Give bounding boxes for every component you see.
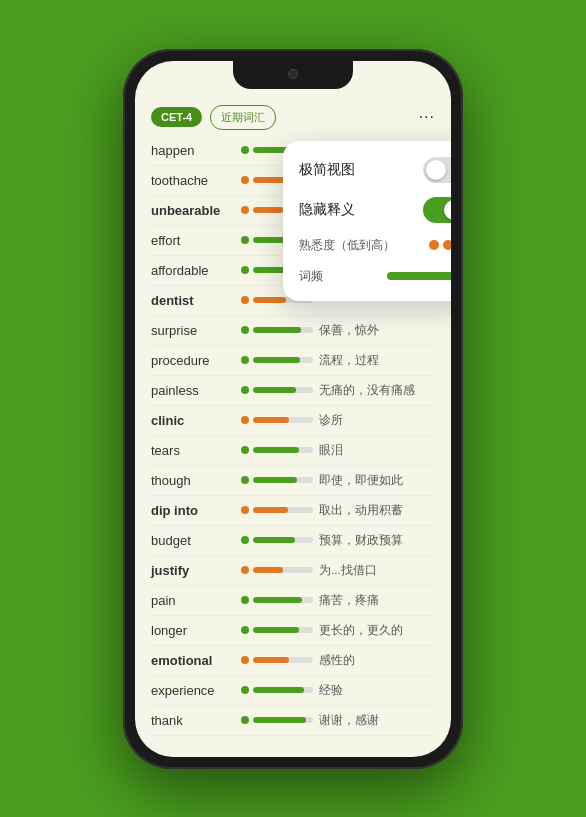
word-row[interactable]: experience经验 [151, 676, 435, 706]
phone-frame: CET-4 近期词汇 ··· happentoothacheunbearable… [123, 49, 463, 769]
word-meaning: 眼泪 [319, 443, 435, 458]
camera [288, 69, 298, 79]
familiarity-dot [241, 446, 249, 454]
word-meaning: 为...找借口 [319, 563, 435, 578]
familiarity-dot [241, 596, 249, 604]
familiarity-dot [241, 176, 249, 184]
familiarity-dot [241, 386, 249, 394]
familiarity-dot [241, 656, 249, 664]
hide-meaning-toggle[interactable] [423, 197, 451, 223]
familiarity-dot [241, 416, 249, 424]
word-row[interactable]: tears眼泪 [151, 436, 435, 466]
word-text: dip into [151, 503, 241, 518]
word-text: experience [151, 683, 241, 698]
frequency-bar-container [253, 685, 313, 695]
notch [233, 61, 353, 89]
word-meaning: 痛苦，疼痛 [319, 593, 435, 608]
settings-popup: 极简视图 隐藏释义 熟悉度（低到高） [283, 141, 451, 301]
word-row[interactable]: pain痛苦，疼痛 [151, 586, 435, 616]
hide-meaning-label: 隐藏释义 [299, 201, 355, 219]
cet-badge[interactable]: CET-4 [151, 107, 202, 127]
word-text: emotional [151, 653, 241, 668]
header: CET-4 近期词汇 ··· [135, 97, 451, 136]
word-text: effort [151, 233, 241, 248]
word-meaning: 即使，即便如此 [319, 473, 435, 488]
popup-row-hide: 隐藏释义 [299, 197, 451, 223]
frequency-bar-container [253, 535, 313, 545]
familiarity-dot [241, 326, 249, 334]
recent-badge[interactable]: 近期词汇 [210, 105, 276, 130]
word-text: painless [151, 383, 241, 398]
familiarity-dot [241, 206, 249, 214]
frequency-bar-container [253, 385, 313, 395]
word-text: pain [151, 593, 241, 608]
frequency-bar-container [253, 415, 313, 425]
word-row[interactable]: justify为...找借口 [151, 556, 435, 586]
word-meaning: 诊所 [319, 413, 435, 428]
word-meaning: 保善，惊外 [319, 323, 435, 338]
frequency-bar-container [253, 325, 313, 335]
frequency-bar [387, 272, 451, 280]
more-button[interactable]: ··· [419, 108, 435, 126]
frequency-bar-container [253, 505, 313, 515]
word-meaning: 经验 [319, 683, 435, 698]
word-row[interactable]: procedure流程，过程 [151, 346, 435, 376]
frequency-bar-container [253, 355, 313, 365]
popup-row-minimal: 极简视图 [299, 157, 451, 183]
word-text: toothache [151, 173, 241, 188]
word-row[interactable]: painless无痛的，没有痛感 [151, 376, 435, 406]
frequency-bar-container [253, 625, 313, 635]
fam-dot-2 [443, 240, 451, 250]
familiarity-dot [241, 566, 249, 574]
screen-content: CET-4 近期词汇 ··· happentoothacheunbearable… [135, 61, 451, 757]
word-meaning: 感性的 [319, 653, 435, 668]
word-text: justify [151, 563, 241, 578]
frequency-bar-container [253, 595, 313, 605]
word-row[interactable]: though即使，即便如此 [151, 466, 435, 496]
word-meaning: 无痛的，没有痛感 [319, 383, 435, 398]
familiarity-dot [241, 266, 249, 274]
word-text: surprise [151, 323, 241, 338]
word-row[interactable]: budget预算，财政预算 [151, 526, 435, 556]
frequency-bar-container [253, 475, 313, 485]
frequency-bar-container [253, 565, 313, 575]
word-row[interactable]: clinic诊所 [151, 406, 435, 436]
word-meaning: 流程，过程 [319, 353, 435, 368]
familiarity-dot [241, 476, 249, 484]
popup-row-frequency: 词频 [299, 268, 451, 285]
toggle-thumb-2 [444, 200, 451, 220]
familiarity-label: 熟悉度（低到高） [299, 237, 395, 254]
familiarity-dot [241, 356, 249, 364]
minimal-view-label: 极简视图 [299, 161, 355, 179]
minimal-view-toggle[interactable] [423, 157, 451, 183]
word-row[interactable]: thank谢谢，感谢 [151, 706, 435, 736]
familiarity-dot [241, 716, 249, 724]
familiarity-dot [241, 626, 249, 634]
word-meaning: 谢谢，感谢 [319, 713, 435, 728]
frequency-label: 词频 [299, 268, 323, 285]
toggle-thumb [426, 160, 446, 180]
phone-screen: CET-4 近期词汇 ··· happentoothacheunbearable… [135, 61, 451, 757]
frequency-bar-container [253, 655, 313, 665]
familiarity-dot [241, 686, 249, 694]
word-text: happen [151, 143, 241, 158]
word-text: tears [151, 443, 241, 458]
word-text: procedure [151, 353, 241, 368]
word-text: thank [151, 713, 241, 728]
word-text: unbearable [151, 203, 241, 218]
fam-dot-1 [429, 240, 439, 250]
popup-row-familiarity: 熟悉度（低到高） [299, 237, 451, 254]
word-row[interactable]: surprise保善，惊外 [151, 316, 435, 346]
familiarity-dot [241, 146, 249, 154]
frequency-bar-container [253, 445, 313, 455]
word-text: budget [151, 533, 241, 548]
word-row[interactable]: emotional感性的 [151, 646, 435, 676]
word-row[interactable]: longer更长的，更久的 [151, 616, 435, 646]
word-meaning: 预算，财政预算 [319, 533, 435, 548]
word-text: longer [151, 623, 241, 638]
word-meaning: 更长的，更久的 [319, 623, 435, 638]
word-row[interactable]: dip into取出，动用积蓄 [151, 496, 435, 526]
familiarity-dot [241, 506, 249, 514]
familiarity-dot [241, 296, 249, 304]
word-text: clinic [151, 413, 241, 428]
